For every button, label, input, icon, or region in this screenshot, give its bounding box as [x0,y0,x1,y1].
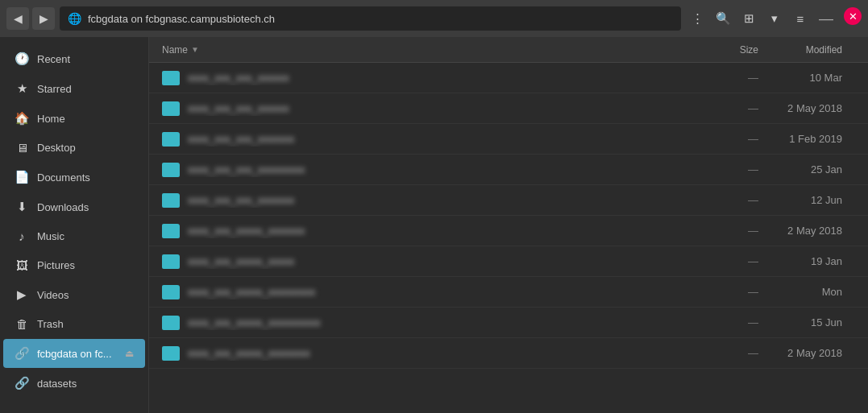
column-size: Size [694,44,758,56]
sort-dropdown-button[interactable]: ▾ [763,7,786,30]
sidebar-item-label-recent: Recent [37,53,134,65]
file-name-cell: xxxx_xxx_xxx_xxxxxxx [162,193,694,208]
back-button[interactable]: ◀ [6,7,29,30]
file-name-cell: xxxx_xxx_xxx_xxxxxx [162,101,694,116]
file-name-cell: xxxx_xxx_xxxxx_xxxxxxx [162,224,694,238]
file-area: Name ▼ Size Modified xxxx_xxx_xxx_xxxxxx… [149,37,868,413]
table-row[interactable]: xxxx_xxx_xxx_xxxxxx—10 Mar [149,63,868,93]
downloads-icon: ⬇ [15,200,29,214]
file-size: — [694,102,758,114]
file-name-cell: xxxx_xxx_xxx_xxxxxxxxx [162,163,694,177]
sidebar-item-starred[interactable]: ★Starred [3,74,145,103]
file-modified: 2 May 2018 [758,347,855,359]
sidebar-item-trash[interactable]: 🗑Trash [3,310,145,338]
file-name-cell: xxxx_xxx_xxxxx_xxxxxxxx [162,346,694,361]
folder-icon [162,163,180,177]
table-row[interactable]: xxxx_xxx_xxxxx_xxxxxxxxxx—15 Jun [149,308,868,338]
grid-button[interactable]: ⊞ [737,7,760,30]
sidebar-item-label-documents: Documents [37,171,134,184]
table-row[interactable]: xxxx_xxx_xxxxx_xxxxx—19 Jan [149,246,868,277]
forward-button[interactable]: ▶ [32,7,55,30]
address-text: fcbgdata on fcbgnasc.campusbiotech.ch [88,13,673,25]
datasets-icon: 🔗 [15,376,29,390]
file-name-text: xxxx_xxx_xxxxx_xxxxx [188,255,294,267]
titlebar-actions: ⋮ 🔍 ⊞ ▾ ≡ — ✕ [686,7,862,30]
file-name-text: xxxx_xxx_xxxxx_xxxxxxx [188,225,305,237]
sidebar-item-downloads[interactable]: ⬇Downloads [3,192,145,221]
sidebar-item-label-music: Music [37,230,134,242]
documents-icon: 📄 [15,170,29,184]
file-list: xxxx_xxx_xxx_xxxxxx—10 Marxxxx_xxx_xxx_x… [149,63,868,369]
sidebar-item-recent[interactable]: 🕐Recent [3,44,145,73]
menu-button[interactable]: ⋮ [686,7,708,30]
file-size: — [694,133,758,145]
folder-icon [162,316,180,330]
folder-icon [162,285,180,299]
sidebar-item-label-videos: Videos [37,289,134,301]
file-size: — [694,225,758,237]
file-size: — [694,255,758,267]
folder-icon [162,254,180,269]
folder-icon [162,346,180,361]
sidebar-item-label-pictures: Pictures [37,259,134,271]
file-name-text: xxxx_xxx_xxx_xxxxxx [188,72,289,84]
trash-icon: 🗑 [15,317,29,331]
file-name-text: xxxx_xxx_xxx_xxxxxx [188,102,289,114]
sidebar-item-fcbgdata[interactable]: 🔗fcbgdata on fc...⏏ [3,339,145,368]
sidebar-item-datasets[interactable]: 🔗datasets [3,369,145,398]
table-row[interactable]: xxxx_xxx_xxx_xxxxxxxxx—25 Jan [149,155,868,185]
sidebar-item-pictures[interactable]: 🖼Pictures [3,251,145,279]
sidebar-item-desktop[interactable]: 🖥Desktop [3,134,145,162]
pictures-icon: 🖼 [15,258,29,272]
sidebar-item-label-fcbgdata: fcbgdata on fc... [37,348,117,360]
file-name-text: xxxx_xxx_xxxxx_xxxxxxxxxx [188,316,321,328]
column-modified: Modified [758,44,855,56]
file-name-cell: xxxx_xxx_xxx_xxxxxx [162,71,694,85]
sort-arrow-icon: ▼ [191,45,199,54]
sidebar-item-label-downloads: Downloads [37,201,134,213]
folder-icon [162,224,180,238]
file-modified: 2 May 2018 [758,225,855,237]
sidebar-item-label-starred: Starred [37,83,134,95]
sidebar-item-label-desktop: Desktop [37,142,134,154]
sidebar-item-documents[interactable]: 📄Documents [3,163,145,192]
address-bar[interactable]: 🌐 fcbgdata on fcbgnasc.campusbiotech.ch [60,6,681,31]
table-row[interactable]: xxxx_xxx_xxxxx_xxxxxxxx—2 May 2018 [149,338,868,369]
home-icon: 🏠 [15,111,29,126]
file-size: — [694,347,758,359]
file-modified: Mon [758,286,855,298]
file-modified: 12 Jun [758,194,855,206]
sidebar-item-videos[interactable]: ▶Videos [3,280,145,309]
address-icon: 🌐 [68,12,81,25]
minimize-button[interactable]: — [815,7,837,30]
folder-icon [162,71,180,85]
eject-icon[interactable]: ⏏ [125,348,134,359]
music-icon: ♪ [15,229,29,243]
close-button[interactable]: ✕ [844,7,862,25]
search-button[interactable]: 🔍 [712,7,734,30]
file-name-cell: xxxx_xxx_xxxxx_xxxxx [162,254,694,269]
file-modified: 19 Jan [758,255,855,267]
file-modified: 1 Feb 2019 [758,133,855,145]
recent-icon: 🕐 [15,52,29,66]
table-row[interactable]: xxxx_xxx_xxx_xxxxxxx—1 Feb 2019 [149,124,868,155]
titlebar: ◀ ▶ 🌐 fcbgdata on fcbgnasc.campusbiotech… [0,0,868,37]
table-row[interactable]: xxxx_xxx_xxx_xxxxxxx—12 Jun [149,185,868,216]
table-row[interactable]: xxxx_xxx_xxx_xxxxxx—2 May 2018 [149,93,868,124]
list-button[interactable]: ≡ [789,7,812,30]
sidebar-item-home[interactable]: 🏠Home [3,104,145,133]
starred-icon: ★ [15,81,29,96]
folder-icon [162,193,180,208]
sidebar: 🕐Recent★Starred🏠Home🖥Desktop📄Documents⬇D… [0,37,149,413]
table-row[interactable]: xxxx_xxx_xxxxx_xxxxxxxxx—Mon [149,277,868,308]
file-name-text: xxxx_xxx_xxxxx_xxxxxxxx [188,347,310,359]
sidebar-item-music[interactable]: ♪Music [3,222,145,250]
sidebar-item-label-home: Home [37,113,134,125]
file-modified: 25 Jan [758,163,855,176]
file-modified: 15 Jun [758,316,855,328]
file-size: — [694,194,758,206]
file-size: — [694,72,758,84]
column-name[interactable]: Name ▼ [162,44,694,56]
file-name-cell: xxxx_xxx_xxxxx_xxxxxxxxxx [162,316,694,330]
table-row[interactable]: xxxx_xxx_xxxxx_xxxxxxx—2 May 2018 [149,216,868,246]
